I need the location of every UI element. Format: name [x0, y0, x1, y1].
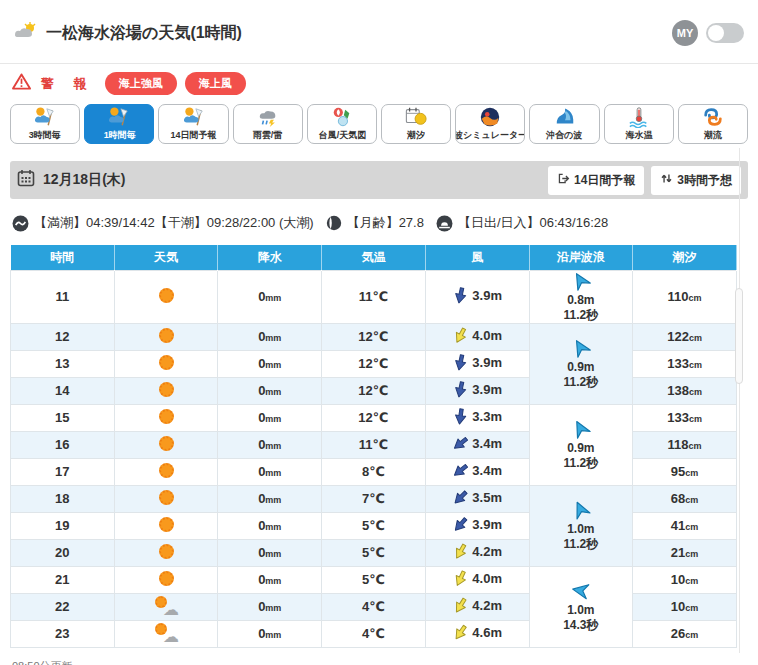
my-toggle[interactable]	[706, 23, 744, 43]
tab-tide[interactable]: 潮汐	[381, 104, 451, 144]
tide-cell: 95cm	[633, 458, 737, 485]
tab-label: 潮流	[704, 129, 722, 142]
tide-value: 10	[671, 599, 685, 614]
tide-info-segment: 【月齢】27.8	[326, 214, 424, 232]
wavesim-icon	[479, 106, 501, 128]
sunny-icon	[159, 544, 174, 559]
14day-forecast-button[interactable]: 14日間予報	[548, 166, 644, 195]
wind-cell: 3.4m	[425, 431, 529, 458]
tab-seatemp[interactable]: 海水温	[604, 104, 674, 144]
wind-cell: 3.3m	[425, 404, 529, 431]
warning-badge[interactable]: 海上風	[185, 72, 246, 95]
tab-14day[interactable]: 14日間予報	[158, 104, 228, 144]
sunny-icon	[159, 490, 174, 505]
temp-cell: 12℃	[322, 404, 426, 431]
weather-cell	[114, 377, 218, 404]
sunny-icon	[159, 409, 174, 424]
wave-direction-icon	[571, 271, 590, 293]
tide-value: 95	[671, 464, 685, 479]
topbar: 一松海水浴場の天気(1時間) MY	[0, 0, 758, 63]
precip-unit: mm	[265, 333, 281, 343]
my-badge[interactable]: MY	[672, 20, 698, 46]
table-row: 150mm12℃3.3m0.9m11.2秒133cm	[11, 404, 737, 431]
wave-cell: 1.0m14.3秒	[529, 566, 633, 647]
wave-height: 0.9m	[567, 361, 594, 375]
precip-cell: 0mm	[218, 593, 322, 620]
temp-cell: 5℃	[322, 566, 426, 593]
wind-value: 3.3m	[472, 409, 502, 424]
weather-cell	[114, 539, 218, 566]
weather-cell	[114, 485, 218, 512]
tide-value: 122	[667, 329, 689, 344]
wave-cell: 0.8m11.2秒	[529, 270, 633, 323]
wind-value: 3.9m	[472, 517, 502, 532]
temp-cell: 5℃	[322, 539, 426, 566]
tab-current[interactable]: 潮流	[678, 104, 748, 144]
tide-cell: 10cm	[633, 566, 737, 593]
tide-value: 110	[668, 289, 689, 304]
tide-cell: 133cm	[633, 404, 737, 431]
temp-cell: 12℃	[322, 323, 426, 350]
forecast-table: 時間天気降水気温風沿岸波浪潮汐 110mm11℃3.9m0.8m11.2秒110…	[10, 245, 737, 647]
wind-arrow-icon	[452, 624, 469, 641]
sunny-icon	[159, 355, 174, 370]
temp-cell: 5℃	[322, 512, 426, 539]
tide-info: 【満潮】04:39/14:42【干潮】09:28/22:00 (大潮)【月齢】2…	[0, 199, 758, 242]
precip-unit: mm	[265, 549, 281, 559]
wind-arrow-icon	[452, 327, 469, 344]
wave-height: 0.9m	[567, 442, 594, 456]
tide-info-segment: 【満潮】04:39/14:42【干潮】09:28/22:00 (大潮)	[12, 214, 314, 232]
wave-period: 11.2秒	[564, 538, 599, 552]
wave-height: 0.8m	[567, 294, 594, 308]
wind-value: 4.6m	[472, 625, 502, 640]
sunny-icon	[159, 571, 174, 586]
typhoon-icon	[329, 106, 355, 128]
wave-period: 14.3秒	[563, 619, 598, 633]
temp-cell: 12℃	[322, 350, 426, 377]
wind-arrow-icon	[452, 287, 469, 304]
tab-1hourly[interactable]: 1時間毎	[84, 104, 154, 144]
warning-badge[interactable]: 海上強風	[105, 72, 177, 95]
sunny-icon	[159, 382, 174, 397]
weather-cell	[114, 404, 218, 431]
tide-cell: 26cm	[633, 620, 737, 647]
tide-cell: 118cm	[633, 431, 737, 458]
tab-label: 波シミュレーター	[455, 129, 525, 142]
updated-link[interactable]: 08:50分更新	[12, 659, 73, 665]
tide-cell: 133cm	[633, 350, 737, 377]
tab-raincloud[interactable]: 雨雲/雷	[233, 104, 303, 144]
tide-value: 10	[671, 572, 685, 587]
precip-unit: mm	[265, 603, 281, 613]
wind-value: 4.2m	[472, 598, 502, 613]
tide-info-segment: 【日出/日入】06:43/16:28	[436, 214, 608, 232]
wind-value: 4.2m	[472, 544, 502, 559]
table-row: 110mm11℃3.9m0.8m11.2秒110cm	[11, 270, 737, 323]
button-label: 3時間予想	[677, 172, 732, 189]
tab-wavesim[interactable]: 波シミュレーター	[455, 104, 525, 144]
tab-3hourly[interactable]: 3時間毎	[10, 104, 80, 144]
tide-unit: cm	[689, 441, 702, 451]
column-header: 天気	[114, 245, 218, 270]
3hour-forecast-button[interactable]: 3時間予想	[651, 166, 741, 195]
tab-typhoon[interactable]: 台風/天気図	[307, 104, 377, 144]
precip-unit: mm	[265, 414, 281, 424]
right-scroll-thumb[interactable]	[735, 288, 743, 384]
button-label: 14日間予報	[574, 172, 635, 189]
temp-cell: 4℃	[322, 593, 426, 620]
weather-cell: ☁	[114, 593, 218, 620]
tide-cell: 122cm	[633, 323, 737, 350]
wind-cell: 4.6m	[425, 620, 529, 647]
temp-cell: 4℃	[322, 620, 426, 647]
tide-unit: cm	[685, 603, 698, 613]
wind-value: 3.9m	[472, 382, 502, 397]
tab-label: 海水温	[625, 129, 652, 142]
precip-unit: mm	[265, 468, 281, 478]
tab-offshore[interactable]: 沖合の波	[529, 104, 599, 144]
wind-arrow-icon	[452, 489, 469, 506]
precip-cell: 0mm	[218, 512, 322, 539]
precip-cell: 0mm	[218, 566, 322, 593]
wind-value: 3.9m	[472, 355, 502, 370]
sun-cloud-icon: ☁	[153, 623, 179, 641]
tide-value: 138	[667, 383, 689, 398]
sunny-icon	[159, 328, 174, 343]
